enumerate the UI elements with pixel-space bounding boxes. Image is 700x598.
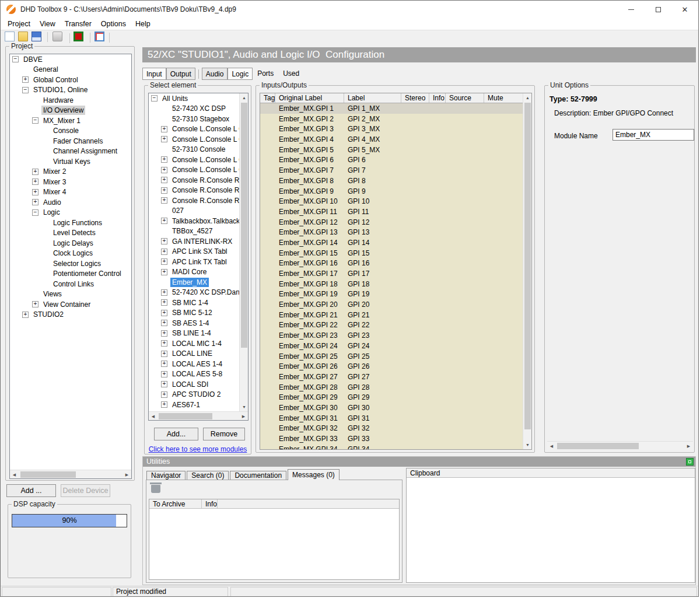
utilities-restore-button[interactable] xyxy=(686,458,694,466)
project-tree-item[interactable]: Level Detects xyxy=(10,228,131,239)
module-tree-item[interactable]: All Units xyxy=(149,93,239,104)
tree-expander-icon[interactable] xyxy=(32,169,38,175)
scrollbar-thumb[interactable] xyxy=(557,443,639,449)
tree-expander-icon[interactable] xyxy=(161,249,167,255)
table-row[interactable]: Ember_MX.GPI 28 GPI 28 xyxy=(260,382,524,393)
table-row[interactable]: Ember_MX.GPI 31 GPI 31 xyxy=(260,413,524,424)
scroll-left-arrow[interactable]: ◀ xyxy=(10,470,19,479)
project-tree-item[interactable]: I/O Overview xyxy=(10,106,131,116)
module-tree-item[interactable]: MADI Core xyxy=(149,267,239,278)
tree-expander-icon[interactable] xyxy=(22,87,29,93)
project-tree-item[interactable]: Logic xyxy=(10,208,131,218)
table-row[interactable]: Ember_MX.GPI 13 GPI 13 xyxy=(260,227,524,237)
table-row[interactable]: Ember_MX.GPI 4 GPI 4_MX xyxy=(260,134,524,145)
tab-direction[interactable]: Output xyxy=(166,68,195,80)
project-tree-item[interactable]: DBVE xyxy=(10,54,131,65)
scrollbar-thumb[interactable] xyxy=(159,413,212,419)
tree-expander-icon[interactable] xyxy=(32,189,38,195)
print-icon[interactable] xyxy=(52,32,62,41)
tree-expander-icon[interactable] xyxy=(161,351,167,357)
table-row[interactable]: Ember_MX.GPI 3 GPI 3_MX xyxy=(260,124,524,134)
table-row[interactable]: Ember_MX.GPI 30 GPI 30 xyxy=(260,403,524,413)
tree-expander-icon[interactable] xyxy=(161,269,167,275)
module-tree-item[interactable]: GA INTERLINK-RX xyxy=(149,236,239,247)
tree-expander-icon[interactable] xyxy=(161,238,167,244)
save-icon[interactable] xyxy=(32,32,41,41)
module-tree-item[interactable]: AES67-1 xyxy=(149,400,239,410)
project-tree-item[interactable]: STUDIO1, Online xyxy=(10,85,131,96)
delete-device-button[interactable]: Delete Device xyxy=(61,484,110,497)
tree-expander-icon[interactable] xyxy=(151,95,158,102)
utilities-tab[interactable]: Navigator xyxy=(146,471,186,480)
scroll-right-arrow[interactable]: ▶ xyxy=(239,412,248,421)
tree-expander-icon[interactable] xyxy=(161,330,167,337)
tab-type[interactable]: Logic xyxy=(228,68,253,80)
module-tree-item[interactable]: Console L.Console L C xyxy=(149,134,239,145)
table-row[interactable]: Ember_MX.GPI 1 GPI 1_MX xyxy=(260,103,524,114)
project-tree-item[interactable]: Audio xyxy=(10,197,131,208)
project-tree-item[interactable]: Logic Functions xyxy=(10,218,131,228)
tab-flat[interactable]: Used xyxy=(278,68,304,80)
module-tree-vscrollbar[interactable]: ▲ ▼ xyxy=(239,93,248,411)
table-row[interactable]: Ember_MX.GPI 34 GPI 34 xyxy=(260,444,524,450)
table-row[interactable]: Ember_MX.GPI 32 GPI 32 xyxy=(260,423,524,433)
tree-expander-icon[interactable] xyxy=(12,56,19,62)
module-tree-item[interactable]: LOCAL SDI xyxy=(149,379,239,390)
module-tree-item[interactable]: Console R.Console R C xyxy=(149,186,239,196)
table-row[interactable]: Ember_MX.GPI 8 GPI 8 xyxy=(260,176,524,186)
module-tree-item[interactable]: 027 xyxy=(149,206,239,216)
tree-expander-icon[interactable] xyxy=(161,218,167,224)
table-row[interactable]: Ember_MX.GPI 19 GPI 19 xyxy=(260,289,524,299)
project-tree-item[interactable]: Clock Logics xyxy=(10,249,131,259)
module-tree-item[interactable]: LOCAL AES 1-4 xyxy=(149,359,239,369)
tree-expander-icon[interactable] xyxy=(161,177,167,183)
scrollbar-thumb[interactable] xyxy=(20,471,76,478)
tree-expander-icon[interactable] xyxy=(32,179,38,185)
module-tree-item[interactable]: LOCAL AES 5-8 xyxy=(149,369,239,380)
project-tree-item[interactable]: Mixer 2 xyxy=(10,167,131,177)
tree-expander-icon[interactable] xyxy=(32,301,38,307)
io-table-vscrollbar[interactable]: ▲ ▼ xyxy=(523,93,531,449)
tree-expander-icon[interactable] xyxy=(161,320,167,326)
utilities-tab[interactable]: Messages (0) xyxy=(288,469,340,480)
tree-expander-icon[interactable] xyxy=(161,289,167,296)
scroll-up-arrow[interactable]: ▲ xyxy=(523,93,532,102)
table-row[interactable]: Ember_MX.GPI 21 GPI 21 xyxy=(260,310,524,320)
scroll-right-arrow[interactable]: ▶ xyxy=(684,442,693,450)
scrollbar-thumb[interactable] xyxy=(241,103,247,348)
project-tree-item[interactable]: Mixer 4 xyxy=(10,187,131,198)
scroll-down-arrow[interactable]: ▼ xyxy=(523,440,532,449)
menu-item[interactable]: Transfer xyxy=(60,20,96,28)
tree-expander-icon[interactable] xyxy=(161,197,167,204)
utilities-tab[interactable]: Documentation xyxy=(230,471,286,480)
tree-expander-icon[interactable] xyxy=(161,136,167,142)
tab-direction[interactable]: Input xyxy=(142,68,166,80)
table-row[interactable]: Ember_MX.GPI 6 GPI 6 xyxy=(260,155,524,165)
module-tree-item[interactable]: Console L.Console L C xyxy=(149,124,239,135)
table-row[interactable]: Ember_MX.GPI 17 GPI 17 xyxy=(260,268,524,279)
table-row[interactable]: Ember_MX.GPI 26 GPI 26 xyxy=(260,361,524,372)
tab-type[interactable]: Audio xyxy=(202,68,228,80)
project-tree-item[interactable]: Channel Assignment xyxy=(10,146,131,157)
tree-expander-icon[interactable] xyxy=(161,126,167,132)
scroll-up-arrow[interactable]: ▲ xyxy=(240,93,249,102)
tree-expander-icon[interactable] xyxy=(161,371,167,377)
table-row[interactable]: Ember_MX.GPI 5 GPI 5_MX xyxy=(260,145,524,155)
table-row[interactable]: Ember_MX.GPI 11 GPI 11 xyxy=(260,207,524,217)
table-row[interactable]: Ember_MX.GPI 25 GPI 25 xyxy=(260,351,524,362)
project-tree-hscrollbar[interactable]: ◀ ▶ xyxy=(10,470,131,478)
table-row[interactable]: Ember_MX.GPI 15 GPI 15 xyxy=(260,248,524,258)
unit-options-hscrollbar[interactable]: ◀ ▶ xyxy=(547,441,693,450)
scrollbar-thumb[interactable] xyxy=(524,103,531,429)
options-icon[interactable] xyxy=(94,32,104,41)
project-tree-item[interactable]: General xyxy=(10,65,131,75)
module-tree-item[interactable]: APC STUDIO 2 xyxy=(149,390,239,400)
module-tree-item[interactable]: TBBox_4527 xyxy=(149,226,239,237)
module-tree-item[interactable]: APC Link TX Tabl xyxy=(149,257,239,267)
utilities-tab[interactable]: Search (0) xyxy=(187,471,229,480)
tree-expander-icon[interactable] xyxy=(161,361,167,367)
table-row[interactable]: Ember_MX.GPI 24 GPI 24 xyxy=(260,341,524,351)
tab-flat[interactable]: Ports xyxy=(253,68,278,80)
tree-expander-icon[interactable] xyxy=(32,117,38,124)
module-tree-item[interactable]: Talkbackbox.TalkbackB xyxy=(149,216,239,226)
